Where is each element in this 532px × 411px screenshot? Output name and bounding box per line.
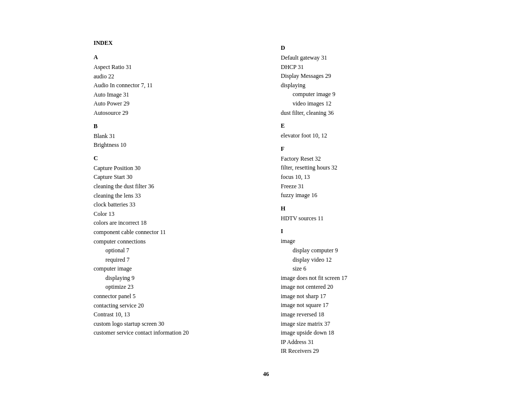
list-item: image not centered 20 (281, 282, 438, 292)
list-item: Aspect Ratio 31 (94, 63, 251, 72)
list-item: image not square 17 (281, 301, 438, 310)
section-f: F (281, 145, 438, 153)
list-item: DHCP 31 (281, 63, 438, 72)
list-item: contacting service 20 (94, 301, 251, 310)
list-item: cleaning the dust filter 36 (94, 182, 251, 191)
list-item: Freeze 31 (281, 182, 438, 191)
list-item: colors are incorrect 18 (94, 218, 251, 228)
list-item: image (281, 237, 438, 246)
section-a: A (94, 54, 251, 61)
list-item: Auto Power 29 (94, 99, 251, 108)
list-item: computer image 9 (293, 90, 438, 99)
list-item: Blank 31 (94, 132, 251, 141)
left-column: INDEX A Aspect Ratio 31 audio 22 Audio I… (94, 39, 251, 356)
list-item: Capture Position 30 (94, 164, 251, 173)
page: INDEX A Aspect Ratio 31 audio 22 Audio I… (74, 0, 458, 408)
list-item: optimize 23 (105, 282, 251, 292)
page-number: 46 (94, 371, 438, 378)
list-item: image reversed 18 (281, 310, 438, 319)
list-item: computer image (94, 264, 251, 274)
list-item: IP Address 31 (281, 338, 438, 347)
section-h: H (281, 205, 438, 212)
list-item: computer connections (94, 237, 251, 246)
section-b: B (94, 123, 251, 130)
list-item: image size matrix 37 (281, 319, 438, 329)
list-item: display video 12 (293, 255, 438, 265)
list-item: displaying (281, 81, 438, 90)
list-item: display computer 9 (293, 246, 438, 255)
section-d: D (281, 44, 438, 52)
right-column: D Default gateway 31 DHCP 31 Display Mes… (281, 39, 438, 356)
index-title: INDEX (94, 39, 251, 47)
list-item: connector panel 5 (94, 292, 251, 301)
list-item: fuzzy image 16 (281, 191, 438, 200)
list-item: Display Messages 29 (281, 71, 438, 81)
list-item: Color 13 (94, 209, 251, 219)
list-item: Auto Image 31 (94, 90, 251, 100)
list-item: filter, resetting hours 32 (281, 163, 438, 172)
list-item: clock batteries 33 (94, 200, 251, 209)
list-item: image not sharp 17 (281, 292, 438, 301)
list-item: cleaning the lens 33 (94, 191, 251, 201)
list-item: custom logo startup screen 30 (94, 319, 251, 329)
list-item: Factory Reset 32 (281, 154, 438, 164)
list-item: Brightness 10 (94, 140, 251, 150)
list-item: size 6 (293, 264, 438, 274)
list-item: Capture Start 30 (94, 172, 251, 182)
list-item: Audio In connector 7, 11 (94, 81, 251, 90)
list-item: required 7 (105, 255, 251, 265)
list-item: displaying 9 (105, 274, 251, 283)
list-item: HDTV sources 11 (281, 214, 438, 223)
list-item: Default gateway 31 (281, 53, 438, 63)
list-item: video images 12 (293, 99, 438, 108)
list-item: component cable connector 11 (94, 228, 251, 237)
list-item: elevator foot 10, 12 (281, 131, 438, 140)
index-content: INDEX A Aspect Ratio 31 audio 22 Audio I… (94, 39, 438, 356)
list-item: image does not fit screen 17 (281, 274, 438, 283)
list-item: Autosource 29 (94, 108, 251, 118)
list-item: Contrast 10, 13 (94, 310, 251, 319)
list-item: IR Receivers 29 (281, 346, 438, 356)
list-item: focus 10, 13 (281, 172, 438, 182)
list-item: image upside down 18 (281, 328, 438, 338)
list-item: optional 7 (105, 246, 251, 255)
list-item: customer service contact information 20 (94, 328, 251, 338)
list-item: dust filter, cleaning 36 (281, 108, 438, 118)
section-e: E (281, 122, 438, 130)
list-item: audio 22 (94, 72, 251, 81)
section-i: I (281, 228, 438, 235)
section-c: C (94, 155, 251, 162)
